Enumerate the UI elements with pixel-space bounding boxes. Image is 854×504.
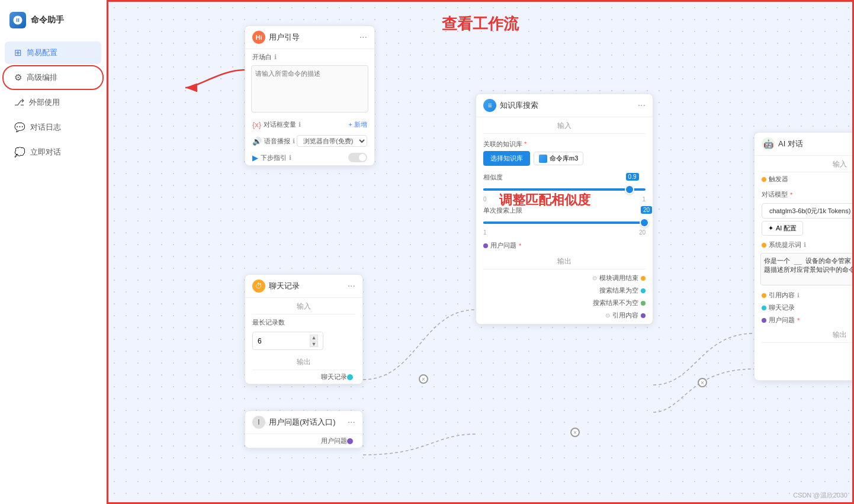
ch-spinner: ▲ ▼ (310, 335, 318, 347)
ai-history-row: 聊天记录 (755, 301, 852, 314)
voice-icon: 🔊 (252, 137, 262, 146)
dialog-icon: 💭 (14, 147, 25, 158)
ai-out-context: ⊙ 新的上下文 (755, 368, 852, 380)
ai-model-row: 对话模型 * (755, 188, 852, 203)
user-q-output-row: 用户问题 (245, 434, 362, 448)
kb-output-area: ⊙ 模块调用结束 搜索结果为空 搜索结果不为空 ⊙ 引用内容 (476, 269, 653, 324)
next-toggle-thumb (359, 154, 366, 161)
ai-model-label-row: 对话模型 * (762, 190, 852, 199)
ch-input-row: 6 ▲ ▼ (245, 330, 362, 354)
ug-voice-row: 🔊 语音播报 ℹ 浏览器自带(免费) (245, 132, 374, 150)
ai-dot-2 (762, 243, 766, 248)
ai-title-area: 🤖 AI 对话 (762, 137, 803, 150)
kb-select-btn[interactable]: 选择知识库 (483, 151, 530, 166)
kb-icon: ≡ (483, 99, 496, 112)
kb-out-cite: ⊙ 引用内容 (476, 309, 653, 322)
sidebar-item-simple-config-label: 简易配置 (27, 47, 57, 58)
ai-trigger-row: 触发器 (755, 172, 852, 188)
user-q-more-btn[interactable]: ··· (348, 417, 355, 428)
dialog-var-icon: {x} (252, 120, 261, 129)
kb-search-limit-row: 单次搜索上限 ℹ 20 1 20 (476, 205, 653, 238)
gear-icon: ⚙ (14, 72, 22, 83)
red-arrow-svg (138, 58, 256, 94)
ai-model-select[interactable]: chatglm3-6b(0元/1k Tokens) (762, 203, 852, 219)
kb-module-icon: ⊙ (592, 275, 597, 281)
kb-search-label: 单次搜索上限 ℹ (483, 206, 646, 215)
user-q-output-label: 用户问题 (321, 436, 347, 445)
sidebar-item-advanced-edit[interactable]: ⚙ 高级编排 (5, 66, 101, 89)
kb-out-module: ⊙ 模块调用结束 (476, 272, 653, 284)
chat-history-more-btn[interactable]: ··· (348, 281, 355, 291)
user-q-title-area: I 用户问题(对话入口) (252, 416, 336, 429)
conn-circle-1[interactable]: × (419, 374, 428, 384)
kb-header: ≡ 知识库搜索 ··· (476, 94, 653, 117)
ch-spinner-down[interactable]: ▼ (310, 341, 318, 347)
sidebar-item-instant-dialog-label: 立即对话 (30, 147, 61, 158)
voice-select[interactable]: 浏览器自带(免费) (297, 135, 367, 147)
next-toggle[interactable] (348, 153, 367, 162)
ch-output-label: 聊天记录 (321, 373, 347, 381)
ai-user-q-dot (762, 318, 766, 323)
ai-header: 🤖 AI 对话 ··· (755, 133, 852, 156)
node-user-guide: Hi 用户引导 ··· 开场白 ℹ {x} 对话框变量 ℹ + 新增 (245, 25, 375, 166)
ch-output-row: 聊天记录 (245, 370, 362, 384)
ai-config-btn[interactable]: ✦ AI 配置 (762, 221, 803, 236)
kb-input-area: 关联的知识库 * 选择知识库 命令库m3 (476, 134, 653, 172)
slider-badge-2: 20 (641, 206, 652, 214)
ai-system-textarea[interactable]: 你是一个 __ 设备的命令管家，你的回答应该是问题描述所对应背景知识中的命令 (760, 253, 852, 285)
kb-similarity-label: 相似度 (483, 173, 646, 182)
logo-icon (9, 12, 26, 28)
node-user-question: I 用户问题(对话入口) ··· 用户问题 (245, 410, 363, 448)
var-add-btn[interactable]: + 新增 (349, 120, 367, 129)
ug-var-row: {x} 对话框变量 ℹ + 新增 (245, 117, 374, 132)
node-knowledge-base: ≡ 知识库搜索 ··· 输入 关联的知识库 * 选择知识库 命令库m3 (476, 94, 653, 325)
kb-similarity-slider[interactable]: 0.9 (483, 184, 646, 195)
kb-input-section: 输入 (476, 117, 653, 133)
chat-history-icon: ⏱ (252, 280, 265, 293)
kb-cite-dot (641, 313, 646, 318)
grid-icon: ⊞ (14, 47, 22, 58)
slider-thumb-1[interactable]: 0.9 (625, 185, 634, 194)
user-q-star: * (519, 242, 521, 249)
sidebar: 命令助手 ⊞ 简易配置 ⚙ 高级编排 ⎇ 外部使用 💬 对话日志 💭 立即对话 (0, 0, 107, 504)
ch-number-field[interactable]: 6 ▲ ▼ (252, 332, 323, 350)
user-guide-more-btn[interactable]: ··· (359, 32, 367, 43)
app-title: 命令助手 (31, 15, 64, 25)
sidebar-item-advanced-edit-label: 高级编排 (27, 72, 57, 83)
slider-thumb-2[interactable]: 20 (640, 218, 649, 227)
kb-tag-icon (539, 155, 547, 163)
hi-icon: Hi (252, 31, 265, 44)
ai-cite-dot (762, 293, 766, 298)
sidebar-item-external-use-label: 外部使用 (29, 97, 60, 108)
kb-title-area: ≡ 知识库搜索 (483, 99, 538, 112)
ai-input-section: 输入 (755, 156, 852, 172)
ch-output-dot (347, 374, 353, 380)
slider-range-2: 1 20 (483, 229, 646, 236)
ch-spinner-up[interactable]: ▲ (310, 335, 318, 341)
kb-search-slider[interactable]: 20 (483, 217, 646, 228)
next-info-icon: ℹ (289, 154, 291, 162)
conn-circle-3[interactable]: × (698, 378, 707, 387)
ai-history-dot (762, 306, 766, 310)
canvas-area[interactable]: 查看工作流 × × × Hi 用户引导 ··· (108, 2, 852, 502)
sidebar-item-instant-dialog[interactable]: 💭 立即对话 (5, 141, 101, 163)
ai-user-q-row: 用户问题 * (755, 314, 852, 326)
kb-cite-icon: ⊙ (605, 312, 610, 319)
kb-tag: 命令库m3 (534, 152, 583, 165)
sidebar-item-dialog-log[interactable]: 💬 对话日志 (5, 116, 101, 139)
ug-info-icon: ℹ (274, 53, 277, 61)
ai-trigger-label: 触发器 (762, 175, 852, 184)
user-q-output-dot (347, 438, 353, 444)
user-guide-title: 用户引导 (269, 32, 300, 43)
chat-history-header: ⏱ 聊天记录 ··· (245, 275, 362, 298)
sidebar-item-simple-config[interactable]: ⊞ 简易配置 (5, 41, 101, 64)
sidebar-item-external-use[interactable]: ⎇ 外部使用 (5, 91, 101, 114)
slider-track-2: 20 (483, 221, 646, 224)
kb-more-btn[interactable]: ··· (638, 100, 646, 111)
ug-textarea[interactable] (251, 65, 368, 113)
ai-user-q-star: * (797, 317, 800, 324)
cite-info: ℹ (797, 292, 800, 298)
conn-circle-2[interactable]: × (570, 428, 580, 437)
ai-config-star-icon: ✦ (768, 224, 773, 232)
kb-out-empty: 搜索结果为空 (476, 284, 653, 297)
